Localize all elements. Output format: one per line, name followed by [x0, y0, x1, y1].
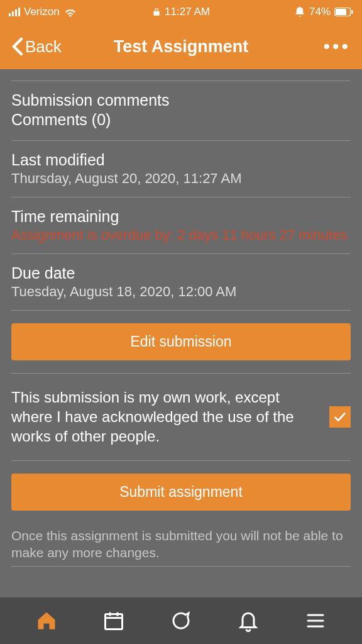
more-button[interactable]: ••• — [323, 43, 351, 50]
check-icon — [333, 410, 347, 424]
wifi-icon — [63, 7, 77, 17]
calendar-icon — [102, 609, 125, 632]
cell-signal-icon — [9, 8, 20, 16]
bell-icon — [237, 609, 260, 632]
svg-rect-2 — [351, 10, 353, 14]
tab-messages[interactable] — [170, 609, 192, 632]
section-title: Time remaining — [11, 208, 351, 226]
edit-submission-button[interactable]: Edit submission — [11, 323, 351, 360]
back-label: Back — [25, 37, 62, 57]
status-left: Verizon — [9, 6, 77, 18]
section-title: Due date — [11, 264, 351, 282]
tab-home[interactable] — [35, 609, 58, 632]
chat-icon — [170, 609, 192, 632]
battery-icon — [334, 8, 353, 16]
section-value: Thursday, August 20, 2020, 11:27 AM — [11, 170, 351, 187]
tab-menu[interactable] — [304, 609, 327, 632]
section-submission-comments[interactable]: Submission comments Comments (0) — [11, 81, 351, 140]
nav-bar: Back Test Assignment ••• — [0, 24, 362, 69]
page-title: Test Assignment — [114, 37, 249, 57]
tab-notifications[interactable] — [237, 609, 260, 632]
status-bar: Verizon 11:27 AM 74% — [0, 0, 362, 24]
status-time: 11:27 AM — [165, 6, 210, 18]
battery-percent: 74% — [309, 6, 331, 18]
lock-icon — [152, 8, 161, 16]
back-button[interactable]: Back — [11, 37, 62, 57]
section-value: Comments (0) — [11, 111, 351, 129]
content-area: Submission comments Comments (0) Last mo… — [0, 69, 362, 597]
divider — [11, 566, 351, 567]
section-value: Tuesday, August 18, 2020, 12:00 AM — [11, 284, 351, 300]
svg-rect-3 — [105, 614, 122, 630]
section-title: Last modified — [11, 151, 351, 169]
tab-calendar[interactable] — [102, 609, 125, 632]
home-icon — [35, 609, 58, 632]
acknowledgement-checkbox[interactable] — [329, 406, 351, 428]
menu-icon — [304, 609, 327, 632]
section-last-modified: Last modified Thursday, August 20, 2020,… — [11, 141, 351, 197]
submit-assignment-button[interactable]: Submit assignment — [11, 474, 351, 511]
section-value-overdue: Assignment is overdue by: 2 days 11 hour… — [11, 227, 351, 243]
acknowledgement-text: This submission is my own work, except w… — [11, 387, 318, 447]
carrier-label: Verizon — [24, 6, 60, 18]
acknowledgement-row: This submission is my own work, except w… — [11, 374, 351, 460]
chevron-left-icon — [11, 37, 24, 56]
svg-rect-1 — [336, 9, 346, 15]
status-right: 74% — [294, 6, 353, 18]
tab-bar — [0, 597, 362, 644]
section-title: Submission comments — [11, 91, 351, 109]
section-time-remaining: Time remaining Assignment is overdue by:… — [11, 197, 351, 253]
alarm-icon — [294, 6, 305, 18]
status-center: 11:27 AM — [152, 6, 210, 18]
section-due-date: Due date Tuesday, August 18, 2020, 12:00… — [11, 254, 351, 310]
submit-hint: Once this assignment is submitted you wi… — [11, 523, 351, 567]
